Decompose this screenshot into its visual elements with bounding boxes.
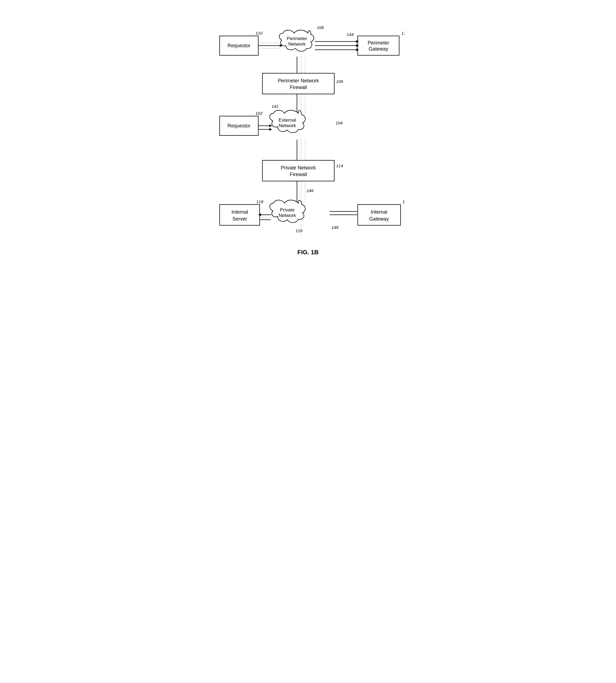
perimeter-firewall-label-1: Perimeter Network [278,78,319,84]
ref-102: 102 [256,111,263,115]
ref-148: 148 [331,225,339,230]
perimeter-gateway-box [358,36,399,55]
internal-server-box [220,205,260,225]
internal-gateway-label-1: Internal [371,209,387,215]
requestor-top-label: Requestor [227,43,250,48]
arrowhead-requestor-mid-2 [269,128,272,131]
perimeter-network-cloud: Perimeter Network [279,30,314,51]
private-network-cloud: Private Network [270,200,305,222]
ref-118: 118 [256,199,264,204]
perimeter-gateway-label-1: Perimeter [368,40,389,46]
svg-text:External: External [279,118,296,123]
ref-104: 104 [336,121,343,125]
internal-server-label-2: Server [232,216,247,222]
ref-108: 108 [317,25,324,30]
ref-106: 106 [336,79,343,84]
requestor-mid-label: Requestor [227,123,250,129]
perimeter-firewall-label-2: Firewall [290,85,307,90]
svg-text:Network: Network [279,213,296,218]
svg-text:Private: Private [280,207,295,213]
svg-text:Network: Network [279,123,296,128]
ref-146: 146 [307,188,314,193]
internal-server-label-1: Internal [232,209,248,215]
perimeter-gateway-label-2: Gateway [369,46,388,52]
perimeter-firewall-box [262,73,334,94]
diagram-container: Requestor Perimeter Network 108 Perimete… [211,5,405,307]
internal-gateway-label-2: Gateway [369,216,389,222]
ref-110: 110 [256,31,263,35]
ref-114: 114 [336,163,343,168]
private-firewall-box [262,160,334,181]
ref-116: 116 [295,228,303,233]
ref-120: 120 [402,199,405,204]
private-firewall-label-2: Firewall [290,172,307,177]
ref-112: 112 [401,31,405,35]
external-network-cloud: External Network [270,110,305,133]
ref-142: 142 [271,104,279,109]
private-firewall-label-1: Private Network [281,165,316,171]
ref-144: 144 [347,32,354,37]
svg-text:Perimeter: Perimeter [287,36,307,41]
svg-text:Network: Network [288,41,306,47]
internal-gateway-box [358,205,400,225]
arrowhead-requestor-mid [269,124,272,127]
diagram-svg: Requestor Perimeter Network 108 Perimete… [211,14,405,296]
fig-label: FIG. 1B [297,249,318,256]
